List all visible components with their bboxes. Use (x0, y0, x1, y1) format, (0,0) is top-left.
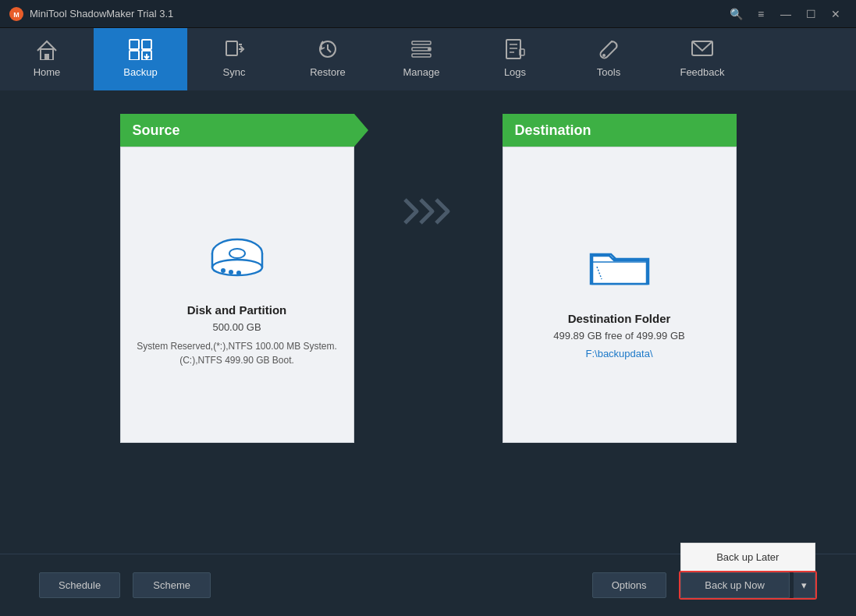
destination-body[interactable]: Destination Folder 499.89 GB free of 499… (503, 147, 737, 443)
nav-restore-label: Restore (310, 66, 346, 78)
destination-header: Destination (503, 114, 737, 147)
destination-title: Destination Folder (568, 312, 671, 325)
svg-rect-12 (412, 54, 431, 57)
backup-later-button[interactable]: Back up Later (681, 543, 815, 571)
footer-right: Options Back up Later Back up Now ▾ (592, 571, 817, 600)
manage-icon (409, 38, 434, 63)
source-title: Disk and Partition (187, 303, 287, 317)
options-button[interactable]: Options (592, 572, 666, 598)
maximize-button[interactable]: ☐ (800, 5, 822, 23)
feedback-icon (690, 38, 715, 63)
svg-point-16 (602, 54, 606, 57)
svg-rect-4 (130, 40, 139, 49)
minimize-button[interactable]: — (775, 5, 797, 23)
svg-rect-8 (226, 41, 237, 55)
source-size: 500.00 GB (212, 321, 261, 333)
folder-icon (584, 239, 655, 312)
disk-icon (202, 230, 272, 303)
nav-tools[interactable]: Tools (562, 28, 655, 90)
titlebar: M MiniTool ShadowMaker Trial 3.1 🔍 ≡ — ☐… (0, 0, 856, 28)
destination-card[interactable]: Destination Destination Folder 499.89 GB… (503, 114, 737, 443)
svg-point-26 (236, 271, 241, 275)
backup-group: Back up Later Back up Now ▾ (679, 571, 817, 600)
svg-text:M: M (13, 11, 20, 19)
nav-tools-label: Tools (597, 66, 620, 78)
home-icon (34, 38, 59, 63)
sync-icon (222, 38, 247, 63)
backup-later-dropdown: Back up Later (680, 543, 815, 571)
source-header: Source (120, 114, 354, 147)
footer-left: Schedule Scheme (39, 572, 211, 598)
nav-sync[interactable]: Sync (187, 28, 281, 90)
nav-manage[interactable]: Manage (375, 28, 468, 90)
nav-logs[interactable]: Logs (468, 28, 562, 90)
destination-path: F:\backupdata\ (586, 348, 653, 359)
svg-rect-5 (142, 40, 151, 49)
schedule-button[interactable]: Schedule (39, 572, 120, 598)
svg-rect-10 (412, 41, 431, 44)
search-button[interactable]: 🔍 (725, 5, 747, 23)
nav-restore[interactable]: Restore (281, 28, 375, 90)
backup-now-button[interactable]: Back up Now (680, 572, 790, 598)
nav-feedback-label: Feedback (680, 66, 724, 78)
destination-free: 499.89 GB free of 499.99 GB (553, 330, 684, 342)
source-header-label: Source (133, 122, 180, 139)
svg-rect-6 (130, 51, 139, 60)
nav-backup-label: Backup (123, 66, 157, 78)
window-controls: 🔍 ≡ — ☐ ✕ (725, 5, 847, 23)
titlebar-left: M MiniTool ShadowMaker Trial 3.1 (9, 7, 173, 21)
nav-backup[interactable]: Backup (94, 28, 187, 90)
main-content: Source Disk and Partition 500.00 GB Syst… (0, 90, 856, 554)
restore-icon (315, 38, 340, 63)
app-logo: M (9, 7, 23, 21)
navbar: Home Backup Sync (0, 28, 856, 90)
scheme-button[interactable]: Scheme (133, 572, 211, 598)
nav-manage-label: Manage (403, 66, 440, 78)
tools-icon (596, 38, 621, 63)
svg-point-13 (428, 48, 431, 51)
nav-home-label: Home (34, 66, 61, 78)
menu-button[interactable]: ≡ (750, 5, 772, 23)
backup-icon (128, 38, 153, 63)
destination-header-label: Destination (515, 122, 591, 139)
nav-feedback[interactable]: Feedback (655, 28, 749, 90)
arrow-indicator (401, 114, 456, 237)
svg-rect-3 (44, 54, 49, 60)
nav-home[interactable]: Home (0, 28, 94, 90)
source-description: System Reserved,(*:),NTFS 100.00 MB Syst… (137, 339, 338, 367)
source-card[interactable]: Source Disk and Partition 500.00 GB Syst… (120, 114, 354, 443)
close-button[interactable]: ✕ (825, 5, 847, 23)
nav-logs-label: Logs (504, 66, 526, 78)
app-title: MiniTool ShadowMaker Trial 3.1 (30, 8, 173, 19)
logs-icon (503, 38, 527, 63)
source-body[interactable]: Disk and Partition 500.00 GB System Rese… (120, 147, 354, 443)
backup-dropdown-toggle[interactable]: ▾ (793, 572, 815, 598)
svg-point-24 (221, 268, 226, 273)
svg-point-25 (229, 270, 233, 274)
svg-rect-14 (506, 40, 520, 58)
footer: Schedule Scheme Options Back up Later Ba… (0, 554, 856, 616)
nav-sync-label: Sync (223, 66, 246, 78)
